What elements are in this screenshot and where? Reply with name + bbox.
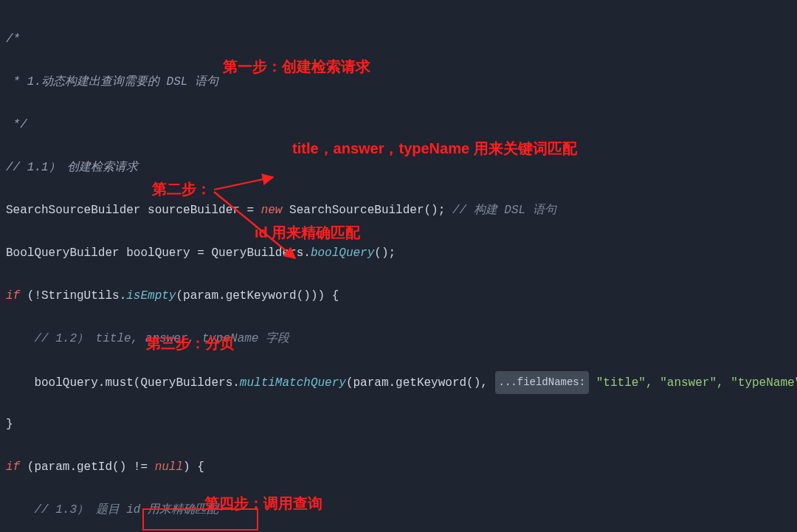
code-text: (!StringUtils. [20,289,126,303]
code-method: isEmpty [126,289,176,303]
code-text: (); [374,246,396,260]
code-text: SearchSourceBuilder sourceBuilder = [6,204,261,217]
code-string: "title", "answer", "typeName")); [589,376,797,390]
code-text: // 1.1） 创建检索请求 [6,161,138,174]
keyword-if: if [6,289,20,303]
code-text: boolQuery.must(QueryBuilders. [6,376,240,390]
param-hint: ...fieldNames: [495,371,590,394]
keyword-null: null [155,460,183,474]
code-text: BoolQueryBuilder boolQuery = QueryBuilde… [6,246,311,260]
code-text: /* [6,32,20,46]
code-text: ) { [183,460,204,474]
code-comment: // 构建 DSL 语句 [452,204,556,217]
code-method: multiMatchQuery [240,376,346,390]
code-text: (param.getId() != [20,460,154,474]
code-editor[interactable]: /* * 1.动态构建出查询需要的 DSL 语句 */ // 1.1） 创建检索… [0,0,797,532]
code-comment: // 1.3） 题目 id 用来精确匹配 [6,503,218,517]
keyword-new: new [261,204,283,217]
code-text: (param.getKeyword(), [346,376,488,390]
code-text: } [6,418,13,431]
code-text: (param.getKeyword())) { [176,289,339,303]
code-text: * 1.动态构建出查询需要的 DSL 语句 [6,75,218,89]
code-text: SearchSourceBuilder(); [282,204,452,217]
code-text: */ [6,118,27,131]
code-method: boolQuery [311,246,374,260]
keyword-if: if [6,460,20,474]
code-comment: // 1.2） title, answer, typeName 字段 [6,332,289,345]
